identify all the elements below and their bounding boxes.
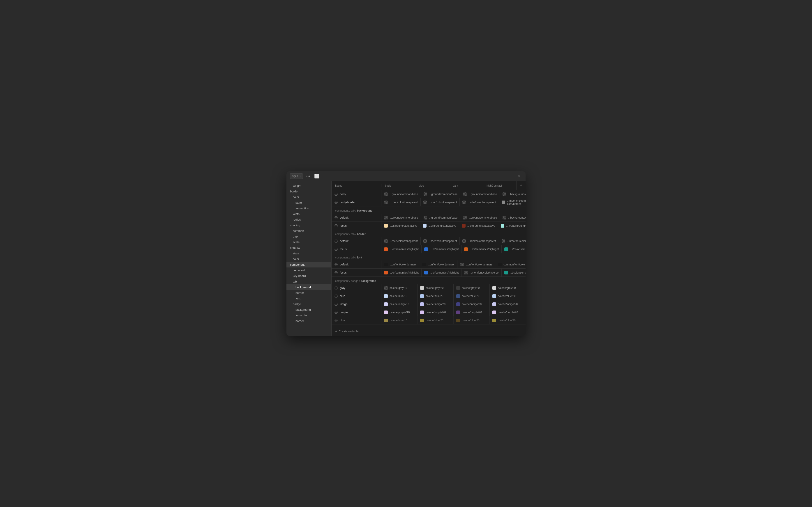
sidebar-item-shadow-color[interactable]: color bbox=[287, 256, 331, 262]
close-button[interactable]: ✕ bbox=[516, 173, 522, 179]
cell-tab-bg-focus-blue[interactable]: ...ckground/state/active bbox=[420, 222, 459, 230]
cell-body-border-dark[interactable]: ...rder/color/transparent bbox=[459, 198, 499, 206]
table-row: blue palette/blue/10 palette/blue/20 pal… bbox=[332, 316, 525, 325]
cell-bbg-extra-basic[interactable]: palette/blue/10 bbox=[381, 316, 417, 324]
cell-tbd2-blue[interactable]: ...rder/color/transparent bbox=[420, 237, 460, 245]
sidebar-item-tab-background[interactable]: background bbox=[287, 284, 331, 290]
sidebar-item-badge-background[interactable]: background bbox=[287, 307, 331, 313]
value-tbd2-basic: ...rder/color/transparent bbox=[390, 239, 418, 243]
more-options-icon[interactable]: ••• bbox=[305, 173, 311, 179]
sidebar-item-item-card[interactable]: item-card bbox=[287, 268, 331, 273]
cell-tff-blue[interactable]: ...lor/semantics/highlight bbox=[421, 269, 461, 277]
sidebar-item-border[interactable]: border bbox=[287, 188, 331, 194]
cell-tab-bg-default-dark[interactable]: ...ground/common/base bbox=[460, 214, 500, 222]
cell-body-blue[interactable]: ...ground/common/base bbox=[421, 190, 460, 198]
swatch-bbg-extra-blue bbox=[420, 319, 424, 322]
cell-bbg-blue-blue[interactable]: palette/blue/20 bbox=[417, 292, 453, 300]
cell-tff-hc[interactable]: ...t/color/semantics/highlight bbox=[501, 269, 525, 277]
sidebar-item-border-state[interactable]: state bbox=[287, 200, 331, 206]
cell-tff-basic[interactable]: ...lor/semantics/highlight bbox=[381, 269, 421, 277]
sidebar-item-badge-font-color[interactable]: font-color bbox=[287, 313, 331, 318]
cell-bbg-purple-hc[interactable]: palette/purple/20 bbox=[490, 308, 525, 316]
cell-body-dark[interactable]: ...ground/common/base bbox=[460, 190, 500, 198]
cell-tbd2-basic[interactable]: ...rder/color/transparent bbox=[381, 237, 420, 245]
sidebar-item-spacing-gap[interactable]: gap bbox=[287, 234, 331, 239]
sidebar-item-border-radius[interactable]: radius bbox=[287, 217, 331, 222]
style-dropdown[interactable]: style ▾ bbox=[290, 173, 303, 179]
cell-bbg-gray-hc[interactable]: palette/gray/20 bbox=[490, 284, 525, 292]
cell-bbg-gray-blue[interactable]: palette/gray/20 bbox=[417, 284, 453, 292]
cell-bbg-indigo-dark[interactable]: palette/indigo/20 bbox=[453, 300, 490, 308]
sidebar-item-tab-border[interactable]: border bbox=[287, 290, 331, 296]
cell-tff-dark[interactable]: ...mon/font/color/inverse bbox=[461, 269, 501, 277]
cell-tfd-blue[interactable]: ...on/font/color/primary bbox=[419, 261, 457, 268]
cell-name-tab-bg-focus: focus bbox=[332, 224, 381, 228]
cell-tbf2-hc[interactable]: ...r/color/semantics/highlight bbox=[501, 245, 525, 253]
sidebar-item-spacing-scale[interactable]: scale bbox=[287, 239, 331, 245]
cell-tab-bg-focus-dark[interactable]: ...ckground/state/active bbox=[459, 222, 498, 230]
cell-tab-bg-focus-hc[interactable]: ...n/background/state/active bbox=[498, 222, 525, 230]
sidebar-item-tab[interactable]: tab bbox=[287, 279, 331, 284]
cell-tab-bg-default-blue[interactable]: ...ground/common/base bbox=[421, 214, 460, 222]
sidebar-item-shadow[interactable]: shadow bbox=[287, 245, 331, 250]
sidebar-item-tab-font[interactable]: font bbox=[287, 296, 331, 301]
sidebar-item-border-semantics[interactable]: semantics bbox=[287, 206, 331, 211]
cell-tab-bg-default-basic[interactable]: ...ground/common/base bbox=[381, 214, 421, 222]
cell-bbg-blue-hc[interactable]: palette/blue/20 bbox=[490, 292, 525, 300]
value-tff-basic: ...lor/semantics/highlight bbox=[390, 271, 419, 274]
sidebar-item-key-board[interactable]: key-board bbox=[287, 273, 331, 279]
sidebar-item-weight[interactable]: weight bbox=[287, 183, 331, 188]
row-name-tab-bg-default: default bbox=[340, 216, 349, 219]
sidebar-item-border-color[interactable]: color bbox=[287, 194, 331, 200]
sidebar-item-component[interactable]: component bbox=[287, 262, 331, 268]
cell-bbg-purple-basic[interactable]: palette/purple/10 bbox=[381, 308, 417, 316]
sidebar-item-spacing-common[interactable]: common bbox=[287, 228, 331, 234]
cell-tbf2-blue[interactable]: ...lor/semantics/highlight bbox=[421, 245, 461, 253]
cell-bbg-blue-basic[interactable]: palette/blue/10 bbox=[381, 292, 417, 300]
section-prefix-badge-bg: component / badge / bbox=[335, 279, 360, 283]
cell-body-border-basic[interactable]: ...rder/color/transparent bbox=[381, 198, 420, 206]
value-bbg-gray-blue: palette/gray/20 bbox=[425, 286, 444, 290]
value-bb-dark: ...rder/color/transparent bbox=[468, 201, 496, 204]
sidebar-item-badge-border[interactable]: border bbox=[287, 318, 331, 324]
cell-body-border-blue[interactable]: ...rder/color/transparent bbox=[420, 198, 460, 206]
cell-tab-bg-focus-basic[interactable]: ...ckground/state/active bbox=[381, 222, 420, 230]
cell-bbg-blue-dark[interactable]: palette/blue/20 bbox=[453, 292, 490, 300]
swatch-tff-hc bbox=[504, 271, 508, 274]
cell-bbg-gray-basic[interactable]: palette/gray/10 bbox=[381, 284, 417, 292]
cell-tab-bg-default-hc[interactable]: ...background/common/base bbox=[500, 214, 525, 222]
sidebar-item-badge[interactable]: badge bbox=[287, 301, 331, 307]
swatch-bb-blue bbox=[423, 201, 427, 204]
cell-bbg-gray-dark[interactable]: palette/gray/20 bbox=[453, 284, 490, 292]
cell-body-basic[interactable]: ...ground/common/base bbox=[381, 190, 421, 198]
cell-body-hc[interactable]: ...background/common/base bbox=[500, 190, 525, 198]
value-tbd-dark: ...ground/common/base bbox=[468, 216, 497, 219]
cell-bbg-extra-dark[interactable]: palette/blue/20 bbox=[453, 316, 490, 324]
sidebar-item-spacing[interactable]: spacing bbox=[287, 222, 331, 228]
cell-tfd-basic[interactable]: ...on/font/color/primary bbox=[381, 261, 419, 268]
cell-tbd2-hc[interactable]: ...n/border/color/transparent bbox=[499, 237, 525, 245]
cell-tfd-dark[interactable]: ...on/font/color/primary bbox=[457, 261, 495, 268]
cell-tbd2-dark[interactable]: ...rder/color/transparent bbox=[459, 237, 499, 245]
table-row: gray palette/gray/10 palette/gray/20 pal… bbox=[332, 284, 525, 292]
cell-bbg-extra-blue[interactable]: palette/blue/20 bbox=[417, 316, 453, 324]
cell-tfd-hc[interactable]: common/font/color/primary bbox=[495, 261, 525, 268]
cell-bbg-extra-hc[interactable]: palette/blue/20 bbox=[490, 316, 525, 324]
cell-tbf2-dark[interactable]: ...lor/semantics/highlight bbox=[461, 245, 501, 253]
cell-body-border-hc[interactable]: ...mponent/item-card/border bbox=[499, 198, 525, 206]
cell-bbg-purple-blue[interactable]: palette/purple/20 bbox=[417, 308, 453, 316]
cell-bbg-indigo-blue[interactable]: palette/indigo/20 bbox=[417, 300, 453, 308]
cell-bbg-indigo-hc[interactable]: palette/indigo/20 bbox=[490, 300, 525, 308]
cell-bbg-indigo-basic[interactable]: palette/indigo/10 bbox=[381, 300, 417, 308]
sidebar-item-shadow-state[interactable]: state bbox=[287, 250, 331, 256]
swatch-tbd-basic bbox=[384, 216, 388, 220]
sidebar-item-border-width[interactable]: width bbox=[287, 211, 331, 217]
cell-tbf2-basic[interactable]: ...lor/semantics/highlight bbox=[381, 245, 421, 253]
swatch-bbg-gray-hc bbox=[492, 286, 496, 290]
value-tff-dark: ...mon/font/color/inverse bbox=[470, 271, 499, 274]
cell-bbg-purple-dark[interactable]: palette/purple/20 bbox=[453, 308, 490, 316]
swatch-bbg-indigo-hc bbox=[492, 302, 496, 306]
create-variable-button[interactable]: + Create variable bbox=[335, 329, 359, 334]
add-column-button[interactable]: + bbox=[516, 181, 525, 190]
sidebar-toggle-icon[interactable]: ⬜ bbox=[314, 174, 319, 179]
